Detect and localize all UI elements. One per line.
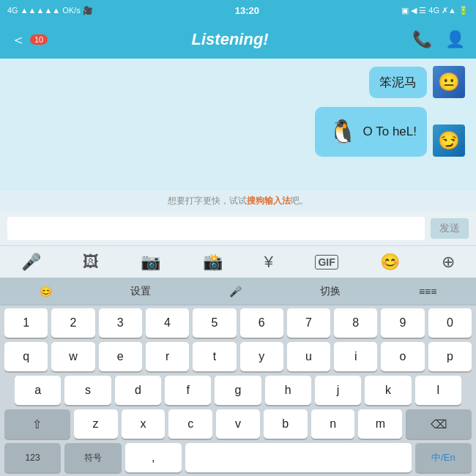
key-123[interactable]: 123 [4,443,61,472]
key-symbol[interactable]: 符号 [64,443,121,472]
kb-mic-btn[interactable]: 🎤 [229,286,242,297]
qwerty-row: q w e r t y u i o p [0,339,476,373]
mic-icon[interactable]: 🎤 [21,253,41,272]
key-n[interactable]: n [311,409,355,439]
message-bubble: 🐧 O To heL! [315,107,427,157]
sticker-icon: 🐧 [325,114,360,149]
header-left: ＜ 10 [11,30,48,50]
key-i[interactable]: i [334,342,377,371]
key-f[interactable]: f [165,376,211,405]
sticker-content: 🐧 O To heL! [325,114,417,149]
header-right: 📞 👤 [412,30,465,49]
keyboard-topbar: 😊 设置 🎤 切换 ≡≡≡ [0,278,476,305]
message-bubble: 笨泥马 [369,67,427,98]
kb-settings-btn[interactable]: 设置 [130,285,151,298]
signal-text: 4G ▲▲▲▲▲ OK/s 🎥 [7,6,93,15]
key-k[interactable]: k [365,376,411,405]
key-r[interactable]: r [146,342,189,371]
key-2[interactable]: 2 [51,308,94,338]
message-row: 😏 🐧 O To heL! [11,107,465,157]
image-icon[interactable]: 🖼 [83,253,99,272]
call-icon[interactable]: 📞 [412,30,432,49]
key-lang[interactable]: 中/En [415,443,472,472]
shift-key[interactable]: ⇧ [4,409,70,439]
message-text: 笨泥马 [379,75,417,89]
key-p[interactable]: p [428,342,472,371]
gif-icon[interactable]: GIF [315,255,338,269]
key-u[interactable]: u [287,342,330,371]
back-button[interactable]: ＜ [11,30,26,50]
key-x[interactable]: x [122,409,166,439]
key-3[interactable]: 3 [99,308,142,338]
profile-icon[interactable]: 👤 [445,30,465,49]
key-e[interactable]: e [99,342,142,371]
camera-icon[interactable]: 📸 [203,253,223,272]
bottom-row: 123 符号 , 中/En [0,440,476,476]
number-row: 1 2 3 4 5 6 7 8 9 0 [0,305,476,339]
hint-prefix: 想要打字更快，试试 [168,196,247,206]
message-text: O To heL! [363,124,417,139]
key-a[interactable]: a [15,376,61,405]
key-y[interactable]: y [240,342,283,371]
status-bar: 4G ▲▲▲▲▲ OK/s 🎥 13:20 ▣ ◀ ☰ 4G ✗▲ 🔋 [0,0,476,21]
hint-suffix: 吧。 [291,196,308,206]
key-d[interactable]: d [115,376,161,405]
key-q[interactable]: q [4,342,48,371]
key-c[interactable]: c [168,409,212,439]
hint-bar: 想要打字更快，试试搜狗输入法吧。 [0,190,476,212]
message-input[interactable] [7,217,425,240]
kb-switch-btn[interactable]: 切换 [320,285,341,298]
status-time: 13:20 [235,5,259,16]
key-comma[interactable]: , [125,443,182,472]
chat-area: 😐 笨泥马 😏 🐧 O To heL! [0,59,476,190]
key-o[interactable]: o [381,342,424,371]
zxcv-row: ⇧ z x c v b n m ⌫ [0,406,476,440]
key-8[interactable]: 8 [334,308,377,338]
key-j[interactable]: j [315,376,361,405]
key-0[interactable]: 0 [428,308,472,338]
badge-count: 10 [30,34,48,45]
key-9[interactable]: 9 [381,308,424,338]
status-right: ▣ ◀ ☰ 4G ✗▲ 🔋 [401,6,469,15]
key-v[interactable]: v [216,409,260,439]
key-h[interactable]: h [265,376,311,405]
header: ＜ 10 Listening! 📞 👤 [0,21,476,59]
keyboard-section: 😊 设置 🎤 切换 ≡≡≡ 1 2 3 4 5 6 7 8 9 0 q w e … [0,278,476,476]
input-bar: 发送 [0,212,476,245]
avatar: 😏 [433,124,465,157]
kb-emoji-btn[interactable]: 😊 [40,286,52,297]
key-b[interactable]: b [264,409,308,439]
header-title: Listening! [192,30,269,49]
key-s[interactable]: s [64,376,111,405]
key-4[interactable]: 4 [146,308,189,338]
plus-icon[interactable]: ⊕ [442,253,455,272]
avatar: 😐 [433,66,465,98]
key-7[interactable]: 7 [287,308,330,338]
status-left: 4G ▲▲▲▲▲ OK/s 🎥 [7,6,93,15]
send-button[interactable]: 发送 [431,218,469,239]
battery-icons: ▣ ◀ ☰ 4G ✗▲ 🔋 [401,6,469,15]
key-t[interactable]: t [193,342,236,371]
key-6[interactable]: 6 [240,308,283,338]
key-w[interactable]: w [51,342,94,371]
hint-highlight[interactable]: 搜狗输入法 [247,196,291,206]
backspace-key[interactable]: ⌫ [406,409,472,439]
kb-menu-btn[interactable]: ≡≡≡ [419,286,437,297]
asdf-row: a s d f g h j k l [0,373,476,406]
message-row: 😐 笨泥马 [11,66,465,98]
toolbar: 🎤 🖼 📷 📸 ¥ GIF 😊 ⊕ [0,245,476,278]
emoji-icon[interactable]: 😊 [380,253,400,272]
money-icon[interactable]: ¥ [264,253,273,272]
key-l[interactable]: l [415,376,461,405]
key-m[interactable]: m [358,409,402,439]
key-z[interactable]: z [74,409,118,439]
key-g[interactable]: g [215,376,261,405]
key-5[interactable]: 5 [193,308,236,338]
key-space[interactable] [185,443,412,472]
key-1[interactable]: 1 [4,308,48,338]
video-icon[interactable]: 📷 [141,253,160,272]
